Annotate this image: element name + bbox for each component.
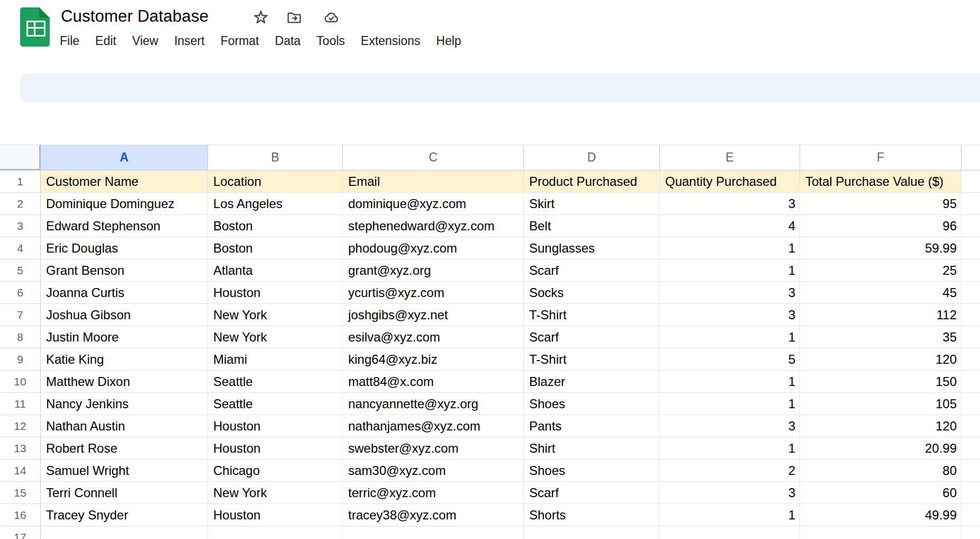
cell-F16[interactable]: 49.99: [800, 504, 961, 526]
cell-E2[interactable]: 3: [660, 193, 800, 215]
cell-D11[interactable]: Shoes: [524, 393, 660, 415]
cell-A12[interactable]: Nathan Austin: [41, 415, 208, 437]
cell-B8[interactable]: New York: [208, 326, 343, 348]
cell-F5[interactable]: 25: [800, 259, 961, 282]
cell-A6[interactable]: Joanna Curtis: [41, 282, 208, 304]
cell-F1[interactable]: Total Purchase Value ($): [800, 170, 961, 193]
cell-B10[interactable]: Seattle: [208, 371, 343, 393]
row-header-9[interactable]: 9: [0, 348, 41, 371]
cell-F14[interactable]: 80: [800, 460, 961, 482]
cell-D2[interactable]: Skirt: [524, 193, 660, 215]
cell-F12[interactable]: 120: [800, 415, 961, 437]
cell-G10[interactable]: [961, 371, 980, 393]
cell-D3[interactable]: Belt: [524, 215, 660, 237]
column-header-B[interactable]: B: [208, 145, 343, 170]
cell-G17[interactable]: [961, 526, 980, 539]
cell-F13[interactable]: 20.99: [800, 437, 961, 460]
column-header-G[interactable]: [961, 145, 980, 170]
cell-F10[interactable]: 150: [800, 371, 961, 393]
cell-G6[interactable]: [961, 282, 980, 304]
row-header-3[interactable]: 3: [0, 215, 41, 237]
column-header-D[interactable]: D: [524, 145, 660, 170]
menu-data[interactable]: Data: [267, 32, 309, 50]
row-header-12[interactable]: 12: [0, 415, 41, 437]
row-header-4[interactable]: 4: [0, 237, 41, 259]
cell-D13[interactable]: Shirt: [524, 437, 660, 460]
menu-format[interactable]: Format: [213, 32, 267, 50]
cell-E15[interactable]: 3: [660, 482, 800, 504]
cell-D8[interactable]: Scarf: [524, 326, 660, 348]
cell-D9[interactable]: T-Shirt: [524, 348, 660, 371]
cell-B5[interactable]: Atlanta: [208, 259, 343, 282]
menu-help[interactable]: Help: [428, 32, 469, 50]
cell-B9[interactable]: Miami: [208, 348, 343, 371]
column-header-E[interactable]: E: [660, 145, 800, 170]
cell-A2[interactable]: Dominique Dominguez: [41, 193, 208, 215]
cell-A16[interactable]: Tracey Snyder: [41, 504, 208, 526]
sheets-logo[interactable]: [20, 7, 50, 47]
cell-G4[interactable]: [961, 237, 980, 259]
row-header-2[interactable]: 2: [0, 193, 41, 215]
cell-B13[interactable]: Houston: [208, 437, 343, 460]
cell-C4[interactable]: phodoug@xyz.com: [343, 237, 524, 259]
cell-A15[interactable]: Terri Connell: [41, 482, 208, 504]
row-header-16[interactable]: 16: [0, 504, 41, 526]
cell-B4[interactable]: Boston: [208, 237, 343, 259]
cell-F17[interactable]: [800, 526, 961, 539]
cell-E13[interactable]: 1: [660, 437, 800, 460]
cell-G13[interactable]: [961, 437, 980, 460]
star-icon[interactable]: [252, 9, 269, 26]
cell-F4[interactable]: 59.99: [800, 237, 961, 259]
cell-D17[interactable]: [524, 526, 660, 539]
cell-E14[interactable]: 2: [660, 460, 800, 482]
row-header-1[interactable]: 1: [0, 170, 41, 193]
cell-C1[interactable]: Email: [343, 170, 524, 193]
cell-B14[interactable]: Chicago: [208, 460, 343, 482]
cell-A3[interactable]: Edward Stephenson: [41, 215, 208, 237]
menu-tools[interactable]: Tools: [308, 32, 353, 50]
cell-F8[interactable]: 35: [800, 326, 961, 348]
cell-A7[interactable]: Joshua Gibson: [41, 304, 208, 326]
cell-A9[interactable]: Katie King: [41, 348, 208, 371]
cell-G14[interactable]: [961, 460, 980, 482]
cell-G2[interactable]: [961, 193, 980, 215]
cell-E12[interactable]: 3: [660, 415, 800, 437]
cell-F15[interactable]: 60: [800, 482, 961, 504]
cell-C9[interactable]: king64@xyz.biz: [343, 348, 524, 371]
cell-C2[interactable]: dominique@xyz.com: [343, 193, 524, 215]
cell-A13[interactable]: Robert Rose: [41, 437, 208, 460]
cell-A17[interactable]: [41, 526, 208, 539]
cell-C10[interactable]: matt84@x.com: [343, 371, 524, 393]
cell-A11[interactable]: Nancy Jenkins: [41, 393, 208, 415]
cell-A5[interactable]: Grant Benson: [41, 259, 208, 282]
cell-G7[interactable]: [961, 304, 980, 326]
menu-edit[interactable]: Edit: [87, 32, 124, 50]
row-header-8[interactable]: 8: [0, 326, 41, 348]
cell-F9[interactable]: 120: [800, 348, 961, 371]
move-folder-icon[interactable]: [286, 9, 303, 26]
menu-insert[interactable]: Insert: [166, 32, 213, 50]
row-header-17[interactable]: 17: [0, 526, 41, 539]
cell-G1[interactable]: [961, 170, 980, 193]
column-header-F[interactable]: F: [800, 145, 961, 170]
cell-F2[interactable]: 95: [800, 193, 961, 215]
menu-view[interactable]: View: [124, 32, 166, 50]
cell-B15[interactable]: New York: [208, 482, 343, 504]
cell-F7[interactable]: 112: [800, 304, 961, 326]
cell-E6[interactable]: 3: [660, 282, 800, 304]
cell-D7[interactable]: T-Shirt: [524, 304, 660, 326]
cell-E16[interactable]: 1: [660, 504, 800, 526]
cell-C17[interactable]: [343, 526, 524, 539]
cell-C8[interactable]: esilva@xyz.com: [343, 326, 524, 348]
cell-E3[interactable]: 4: [660, 215, 800, 237]
cell-B12[interactable]: Houston: [208, 415, 343, 437]
cell-E11[interactable]: 1: [660, 393, 800, 415]
row-header-5[interactable]: 5: [0, 259, 41, 282]
row-header-7[interactable]: 7: [0, 304, 41, 326]
cloud-saved-icon[interactable]: [323, 9, 340, 26]
cell-E10[interactable]: 1: [660, 371, 800, 393]
row-header-14[interactable]: 14: [0, 460, 41, 482]
cell-G5[interactable]: [961, 259, 980, 282]
cell-C5[interactable]: grant@xyz.org: [343, 259, 524, 282]
cell-G3[interactable]: [961, 215, 980, 237]
